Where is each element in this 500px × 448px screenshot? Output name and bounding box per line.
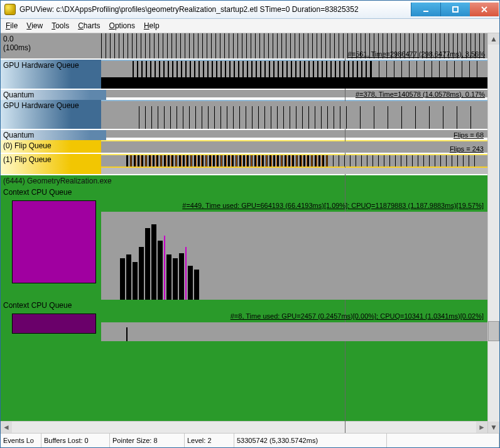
context-2-label: Context CPU Queue	[1, 300, 106, 311]
workspace: 0.0 (100ms) GPU Hardware Queue #=561, Ti…	[1, 33, 499, 433]
titlebar[interactable]: GPUView: c:\DXAppsProfiling\profiles\geo…	[1, 1, 499, 19]
svg-rect-1	[453, 7, 458, 12]
status-pointer: Pointer Size: 8	[110, 434, 185, 447]
context-1-graph[interactable]: #=449, Time used: GPU=664193 (66.4193ms)…	[101, 212, 487, 300]
minimize-button[interactable]	[411, 3, 440, 16]
menu-help[interactable]: Help	[144, 21, 160, 30]
quantum-2-track[interactable]	[106, 130, 487, 138]
hscroll-left-arrow[interactable]: ◄	[1, 422, 12, 433]
window-title: GPUView: c:\DXAppsProfiling\profiles\geo…	[19, 5, 411, 14]
gpu-hw-queue-2: GPU Hardware Queue #=378, Time=140578 (1…	[1, 100, 487, 130]
process-lane: (6444) GeometryRealization.exe Context C…	[1, 175, 487, 421]
app-icon	[4, 4, 16, 15]
minimize-icon	[422, 6, 430, 13]
quantum-1-label: Quantum	[1, 90, 106, 100]
vertical-scrollbar[interactable]: ▲ ▼	[487, 33, 499, 433]
maximize-icon	[452, 6, 459, 13]
context-1-bars	[120, 224, 208, 300]
vscroll-thumb[interactable]	[488, 321, 499, 341]
gpu-hw-queue-1: GPU Hardware Queue #=561, Time=2986477 (…	[1, 60, 487, 90]
context-1-box	[12, 200, 96, 283]
status-level: Level: 2	[185, 434, 234, 447]
context-2: Context CPU Queue #=8, Time used: GPU=24…	[1, 300, 487, 341]
status-events: Events Lo	[1, 434, 41, 447]
vscroll-down-arrow[interactable]: ▼	[488, 422, 499, 433]
gpu-hw-queue-2-info: #=378, Time=140578 (14.0578ms), 0.17%	[356, 90, 485, 98]
context-1-icon[interactable]	[12, 200, 95, 283]
ruler-label: 0.0 (100ms)	[1, 33, 101, 58]
flip-1-spikes	[101, 155, 487, 167]
flip-queue-1-info: Flips = 243	[450, 145, 484, 153]
gpu-hw-queue-1-track[interactable]: #=561, Time=2986477 (298.6477ms), 3.56%	[101, 60, 487, 89]
hscroll-right-arrow[interactable]: ►	[476, 422, 487, 433]
status-buffers: Buffers Lost: 0	[41, 434, 110, 447]
gpu-hw-queue-1-body[interactable]	[101, 61, 487, 89]
hw2-spikes	[101, 101, 487, 129]
context-2-box	[12, 314, 96, 334]
quantum-2-label: Quantum	[1, 130, 106, 140]
quantum-2: Quantum	[1, 130, 487, 140]
gpu-hw-queue-2-track[interactable]: #=378, Time=140578 (14.0578ms), 0.17%	[101, 100, 487, 129]
context-2-icon[interactable]	[12, 314, 95, 334]
menu-charts[interactable]: Charts	[78, 21, 100, 30]
horizontal-scrollbar[interactable]: ◄ ►	[1, 421, 487, 433]
flip-queue-1: (1) Flip Queue Flips = 243	[1, 154, 487, 175]
vscroll-up-arrow[interactable]: ▲	[488, 33, 499, 45]
context-2-graph[interactable]: #=8, Time used: GPU=2457 (0.2457ms)[0.00…	[101, 322, 487, 341]
context-2-spike	[126, 327, 128, 341]
flip-1-sub	[101, 168, 487, 174]
menubar: File View Tools Charts Options Help	[1, 19, 499, 33]
gpu-hw-queue-2-label: GPU Hardware Queue	[1, 100, 101, 129]
flip-queue-0-track[interactable]: Flips = 68	[101, 140, 487, 153]
gpu-hw-queue-1-info: #=561, Time=2986477 (298.6477ms), 3.56%	[348, 50, 485, 58]
menu-options[interactable]: Options	[109, 21, 135, 30]
window-controls	[411, 3, 499, 16]
status-blank	[387, 434, 499, 447]
close-button[interactable]	[470, 3, 499, 16]
app-window: GPUView: c:\DXAppsProfiling\profiles\geo…	[0, 0, 500, 448]
flip-queue-1-track[interactable]: Flips = 243	[101, 154, 487, 174]
flip-0-body[interactable]	[101, 141, 487, 153]
timeline[interactable]: 0.0 (100ms) GPU Hardware Queue #=561, Ti…	[1, 33, 487, 433]
context-2-info: #=8, Time used: GPU=2457 (0.2457ms)[0.00…	[231, 312, 484, 320]
context-1-label: Context CPU Queue	[1, 187, 106, 198]
flip-queue-0: (0) Flip Queue Flips = 68	[1, 140, 487, 154]
gpu-hw-queue-2-body[interactable]	[101, 101, 487, 129]
context-1: Context CPU Queue #=449, Time used: GPU=…	[1, 187, 487, 300]
process-name: (6444) GeometryRealization.exe	[1, 175, 487, 187]
process-header[interactable]: (6444) GeometryRealization.exe	[1, 175, 487, 187]
flip-queue-0-label: (0) Flip Queue	[1, 140, 101, 153]
status-time: 53305742 (5,330.5742ms)	[234, 434, 387, 447]
ruler-start: 0.0	[3, 35, 99, 43]
menu-file[interactable]: File	[6, 21, 18, 30]
menu-view[interactable]: View	[26, 21, 43, 30]
flip-queue-1-label: (1) Flip Queue	[1, 154, 101, 174]
menu-tools[interactable]: Tools	[52, 21, 69, 30]
maximize-button[interactable]	[440, 3, 470, 16]
flip-1-body[interactable]	[101, 155, 487, 167]
ruler-step: (100ms)	[3, 43, 99, 52]
close-icon	[481, 6, 488, 13]
hw1-spikes	[101, 61, 487, 89]
gpu-hw-queue-1-label: GPU Hardware Queue	[1, 60, 101, 89]
flip-queue-0-info: Flips = 68	[454, 131, 484, 139]
context-1-info: #=449, Time used: GPU=664193 (66.4193ms)…	[182, 202, 484, 209]
statusbar: Events Lo Buffers Lost: 0 Pointer Size: …	[1, 433, 499, 447]
